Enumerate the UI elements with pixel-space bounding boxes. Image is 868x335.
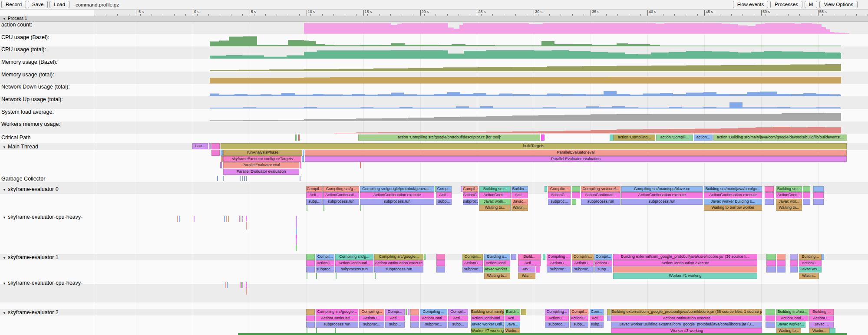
trace-slice[interactable]: subproc...	[463, 199, 478, 205]
trace-slice[interactable]	[777, 266, 785, 273]
trace-slice[interactable]: Comp...	[436, 186, 452, 192]
trace-slice[interactable]: ActionConti...	[484, 260, 510, 266]
trace-slice[interactable]: Compilin...	[572, 254, 594, 260]
trace-slice[interactable]: ActionC...	[548, 192, 571, 198]
trace-slice[interactable]	[242, 176, 243, 181]
trace-slice[interactable]	[306, 322, 315, 328]
trace-slice[interactable]: subp...	[436, 199, 452, 205]
trace-slice[interactable]: Waitin...	[512, 205, 528, 211]
trace-slice[interactable]: Javac wor...	[776, 199, 802, 205]
trace-slice[interactable]: Building src/main/jav...	[471, 309, 504, 315]
counter-area-workers_mem[interactable]	[94, 127, 841, 133]
trace-slice[interactable]: subproc...	[359, 322, 384, 328]
track-label-skyframe-evaluator-1[interactable]: ▼skyframe-evaluator 1	[3, 255, 59, 261]
trace-slice[interactable]: skyframeExecutor.configureTargets	[223, 156, 301, 162]
trace-slice[interactable]: ActionC...	[799, 260, 822, 266]
trace-slice[interactable]	[238, 333, 847, 335]
trace-slice[interactable]: Compil...	[463, 186, 478, 192]
trace-slice[interactable]	[296, 238, 297, 245]
trace-slice[interactable]: subprocess.run	[335, 266, 373, 273]
trace-slice[interactable]	[813, 186, 824, 192]
trace-slice[interactable]	[296, 216, 297, 228]
counter-area-cpu_total[interactable]	[94, 50, 841, 59]
track-label-skyframe-evaluator-cpu-heavy-1[interactable]: ▼skyframe-evaluator-cpu-heavy-	[3, 214, 83, 220]
track-label-skyframe-evaluator-2[interactable]: ▼skyframe-evaluator 2	[3, 310, 59, 316]
trace-slice[interactable]	[221, 150, 223, 156]
trace-slice[interactable]: Compiling src/g...	[323, 186, 359, 192]
trace-slice[interactable]: Acti...	[505, 315, 520, 322]
trace-slice[interactable]: Acti...	[385, 315, 405, 322]
trace-slice[interactable]: ActionConti...	[420, 315, 447, 322]
trace-slice[interactable]: action...	[694, 135, 713, 141]
trace-slice[interactable]: ActionC...	[462, 260, 483, 266]
trace-slice[interactable]	[209, 143, 211, 149]
counter-area-mem_total[interactable]	[94, 77, 841, 83]
trace-slice[interactable]: Acti...	[512, 192, 528, 198]
trace-slice[interactable]	[777, 254, 785, 260]
trace-slice[interactable]: Javac worker...	[484, 266, 510, 273]
trace-slice[interactable]: subproc...	[548, 199, 571, 205]
trace-slice[interactable]: ActionContinuation.execute	[360, 192, 434, 198]
trace-slice[interactable]	[766, 254, 776, 260]
trace-slice[interactable]: ActionContinuati...	[581, 192, 620, 198]
trace-slice[interactable]	[240, 282, 241, 288]
trace-slice[interactable]	[410, 315, 419, 322]
trace-slice[interactable]: ActionC...	[316, 260, 334, 266]
trace-slice[interactable]: Javac worker...	[776, 322, 805, 328]
counter-area-net_up[interactable]	[94, 102, 841, 108]
trace-slice[interactable]: Building...	[799, 254, 822, 260]
counter-area-cpu_bazel[interactable]	[94, 36, 841, 46]
trace-slice[interactable]: action 'Compili...	[656, 135, 693, 141]
trace-slice[interactable]: subproc...	[545, 322, 569, 328]
trace-slice[interactable]	[766, 260, 776, 266]
trace-slice[interactable]	[790, 254, 798, 260]
counter-area-mem_bazel[interactable]	[94, 64, 841, 71]
flow-events-button[interactable]: Flow events	[733, 1, 768, 8]
trace-slice[interactable]	[306, 260, 315, 266]
process-header[interactable]: ▼Process 1	[0, 16, 868, 22]
processes-button[interactable]: Processes	[770, 1, 802, 8]
trace-slice[interactable]	[360, 205, 361, 211]
trace-slice[interactable]	[302, 156, 304, 162]
trace-slice[interactable]: ActionC...	[809, 315, 834, 322]
trace-slice[interactable]: Building s...	[484, 254, 510, 260]
track-label-critical-path[interactable]: Critical Path	[1, 135, 30, 141]
trace-slice[interactable]	[766, 266, 776, 273]
trace-slice[interactable]: ActionContinuation.execute	[704, 192, 762, 198]
trace-slice[interactable]	[228, 216, 229, 222]
trace-slice[interactable]: Javac wo...	[799, 266, 822, 273]
metrics-button[interactable]: M	[805, 1, 818, 8]
trace-slice[interactable]	[766, 322, 775, 328]
trace-slice[interactable]	[223, 176, 224, 181]
trace-slice[interactable]	[179, 216, 180, 222]
trace-slice[interactable]	[316, 273, 317, 279]
trace-slice[interactable]: ActionConti...	[776, 315, 809, 322]
trace-slice[interactable]: Acti...	[518, 260, 541, 266]
trace-slice[interactable]: Buildi...	[505, 309, 520, 315]
counter-area-net_down[interactable]	[94, 91, 841, 96]
trace-slice[interactable]	[307, 205, 307, 211]
record-button[interactable]: Record	[1, 1, 26, 8]
trace-slice[interactable]	[323, 205, 324, 211]
trace-slice[interactable]	[521, 309, 526, 315]
trace-slice[interactable]	[406, 309, 407, 315]
trace-slice[interactable]: subprocess.run	[316, 322, 358, 328]
trace-slice[interactable]: ParallelEvaluator.eval	[305, 150, 847, 156]
trace-slice[interactable]: Waiting to...	[484, 273, 510, 279]
trace-slice[interactable]	[436, 254, 445, 260]
trace-slice[interactable]: Compiling src/google/protobuf/generat...	[360, 186, 434, 192]
trace-slice[interactable]	[300, 176, 300, 181]
trace-slice[interactable]	[241, 216, 241, 222]
trace-slice[interactable]: Building external/com_google_protobuf/ja…	[611, 309, 762, 315]
trace-slice[interactable]: subproc...	[462, 266, 483, 273]
trace-slice[interactable]	[572, 186, 580, 192]
trace-slice[interactable]	[194, 216, 195, 222]
trace-slice[interactable]: ActionContinuation.execute	[621, 192, 703, 198]
trace-slice[interactable]	[220, 162, 222, 168]
trace-slice[interactable]	[410, 309, 419, 315]
trace-slice[interactable]: subp...	[594, 266, 612, 273]
trace-slice[interactable]	[217, 176, 218, 181]
trace-slice[interactable]: Compiling src/core/...	[581, 186, 620, 192]
trace-slice[interactable]	[298, 135, 300, 141]
trace-slice[interactable]	[360, 162, 361, 168]
